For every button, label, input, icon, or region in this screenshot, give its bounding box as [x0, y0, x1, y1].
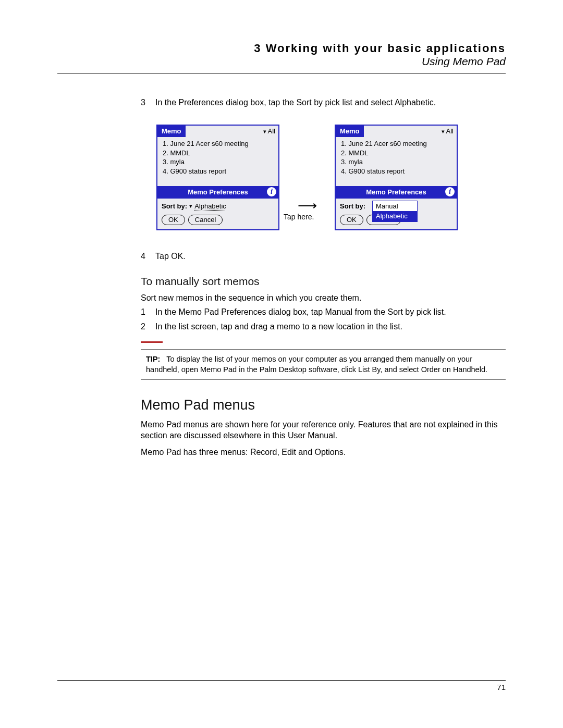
- ok-button[interactable]: OK: [340, 215, 363, 225]
- tip-text: To display the list of your memos on you…: [146, 355, 487, 374]
- pref-dialog-body: Sort by: Alphabetic OK Cancel: [157, 199, 278, 230]
- tip-box: TIP: To display the list of your memos o…: [141, 349, 506, 380]
- dropdown-option-manual[interactable]: Manual: [373, 201, 417, 212]
- list-item[interactable]: 3. myla: [341, 157, 454, 167]
- pref-dialog-body: Sort by: Manual Alphabetic OK Cancel: [336, 199, 457, 230]
- tip-label: TIP:: [146, 355, 160, 363]
- list-item[interactable]: 4. G900 status report: [163, 167, 275, 176]
- pref-dialog-title: Memo Preferences i: [336, 186, 457, 199]
- step-4: 4 Tap OK.: [141, 251, 506, 262]
- substep-2: 2 In the list screen, tap and drag a mem…: [141, 321, 506, 332]
- cancel-button[interactable]: Cancel: [188, 215, 223, 225]
- category-picker[interactable]: All: [187, 126, 278, 137]
- pref-title-text: Memo Preferences: [366, 188, 426, 196]
- arrow-right-icon: ⟶: [284, 199, 331, 212]
- pref-dialog-title: Memo Preferences i: [157, 186, 278, 199]
- section2-para2: Memo Pad has three menus: Record, Edit a…: [141, 447, 506, 458]
- page-number: 71: [497, 683, 506, 692]
- substep-1: 1 In the Memo Pad Preferences dialog box…: [141, 306, 506, 318]
- list-item[interactable]: 2. MMDL: [163, 149, 275, 158]
- step-number: 1: [141, 306, 155, 318]
- section-title: Using Memo Pad: [57, 55, 506, 68]
- page-footer: 71: [57, 680, 506, 692]
- page-header: 3 Working with your basic applications U…: [57, 42, 506, 73]
- step-number: 4: [141, 251, 155, 262]
- step-text: Tap OK.: [155, 251, 506, 262]
- section-memo-pad-menus: Memo Pad menus: [141, 396, 506, 414]
- app-titlebar: Memo All: [336, 126, 457, 137]
- step-number: 2: [141, 321, 155, 332]
- callout-tap-here: Tap here.: [284, 212, 314, 222]
- tip-accent-bar: [141, 341, 163, 343]
- info-icon[interactable]: i: [267, 187, 276, 196]
- list-item[interactable]: 2. MMDL: [341, 149, 454, 158]
- memo-list: 1. June 21 Acer s60 meeting 2. MMDL 3. m…: [157, 137, 278, 186]
- info-icon[interactable]: i: [445, 187, 455, 196]
- dropdown-option-alphabetic[interactable]: Alphabetic: [373, 211, 417, 221]
- app-title: Memo: [336, 126, 365, 137]
- app-title: Memo: [157, 126, 187, 137]
- dropdown-icon: [263, 127, 266, 136]
- dropdown-icon[interactable]: [189, 202, 192, 211]
- list-item[interactable]: 4. G900 status report: [341, 167, 454, 176]
- sub-intro: Sort new memos in the sequence in which …: [141, 292, 506, 304]
- sort-by-dropdown-open[interactable]: Manual Alphabetic: [372, 201, 418, 222]
- subheading-manual-sort: To manually sort memos: [141, 274, 506, 289]
- category-label: All: [268, 127, 275, 136]
- list-item[interactable]: 3. myla: [163, 157, 275, 167]
- ok-button[interactable]: OK: [162, 215, 185, 225]
- step-text: In the list screen, tap and drag a memo …: [155, 321, 506, 332]
- sort-by-value[interactable]: Alphabetic: [194, 202, 226, 211]
- section2-para1: Memo Pad menus are shown here for your r…: [141, 419, 506, 441]
- sort-by-label: Sort by:: [162, 202, 187, 211]
- step-text: In the Preferences dialog box, tap the S…: [155, 97, 506, 108]
- step-text: In the Memo Pad Preferences dialog box, …: [155, 306, 506, 318]
- palm-screen-before: Memo All 1. June 21 Acer s60 meeting 2. …: [156, 125, 279, 230]
- step-3: 3 In the Preferences dialog box, tap the…: [141, 97, 506, 108]
- figure-memo-preferences: Memo All 1. June 21 Acer s60 meeting 2. …: [156, 118, 506, 238]
- category-picker[interactable]: All: [365, 126, 457, 137]
- memo-list: 1. June 21 Acer s60 meeting 2. MMDL 3. m…: [336, 137, 457, 186]
- sort-by-label: Sort by:: [340, 202, 365, 211]
- dropdown-icon: [442, 127, 445, 136]
- pref-title-text: Memo Preferences: [188, 188, 248, 196]
- step-number: 3: [141, 97, 155, 108]
- chapter-title: 3 Working with your basic applications: [57, 42, 506, 55]
- app-titlebar: Memo All: [157, 126, 278, 137]
- list-item[interactable]: 1. June 21 Acer s60 meeting: [163, 139, 275, 149]
- palm-screen-after: Memo All 1. June 21 Acer s60 meeting 2. …: [335, 125, 458, 230]
- list-item[interactable]: 1. June 21 Acer s60 meeting: [341, 139, 454, 149]
- category-label: All: [446, 127, 454, 136]
